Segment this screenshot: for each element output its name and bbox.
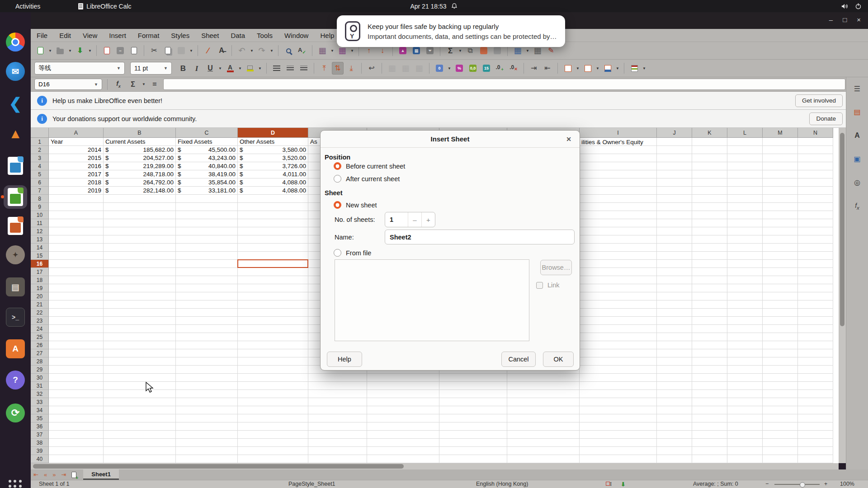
row-header-34[interactable]: 34 — [31, 406, 49, 414]
bold-button[interactable]: B — [177, 62, 189, 75]
cell-K8[interactable] — [692, 195, 727, 203]
cell-J17[interactable] — [657, 268, 692, 276]
cell-H36[interactable] — [507, 422, 580, 431]
cell-N2[interactable] — [798, 146, 833, 154]
cell-M36[interactable] — [763, 422, 798, 431]
cell-L8[interactable] — [727, 195, 763, 203]
cell-A7[interactable]: 2019 — [49, 187, 104, 195]
cell-C30[interactable] — [176, 374, 238, 382]
row-header-20[interactable]: 20 — [31, 292, 49, 300]
last-sheet-icon[interactable]: ⇥ — [61, 471, 66, 478]
border-color-button[interactable] — [602, 62, 613, 75]
cell-C6[interactable]: $35,854.00 — [176, 178, 238, 187]
spelling-button[interactable]: A✓ — [296, 44, 308, 57]
row-header-30[interactable]: 30 — [31, 374, 49, 382]
cell-J23[interactable] — [657, 317, 692, 325]
cell-L35[interactable] — [727, 414, 763, 422]
redo-button[interactable]: ↷ — [256, 44, 268, 57]
dock-item-libreoffice-writer[interactable] — [4, 154, 27, 178]
cell-K28[interactable] — [692, 357, 727, 366]
cell-B11[interactable] — [104, 219, 176, 227]
paste-dropdown-icon[interactable]: ▼ — [189, 44, 193, 57]
cell-B7[interactable]: $282,148.00 — [104, 187, 176, 195]
cell-A28[interactable] — [49, 357, 104, 366]
dock-item-terminal[interactable]: >_ — [4, 305, 27, 329]
menu-view[interactable]: View — [77, 30, 103, 41]
cell-N26[interactable] — [798, 341, 833, 349]
cell-K10[interactable] — [692, 211, 727, 219]
cell-L39[interactable] — [727, 447, 763, 455]
cell-B22[interactable] — [104, 309, 176, 317]
cell-K18[interactable] — [692, 276, 727, 284]
column-header-M[interactable]: M — [763, 128, 798, 138]
row-header-35[interactable]: 35 — [31, 414, 49, 422]
cell-D40[interactable] — [238, 455, 308, 463]
cell-M27[interactable] — [763, 349, 798, 357]
cell-I18[interactable] — [580, 276, 657, 284]
cell-K29[interactable] — [692, 366, 727, 374]
cell-I4[interactable] — [580, 162, 657, 170]
cell-N12[interactable] — [798, 227, 833, 235]
cell-D16[interactable] — [238, 260, 308, 268]
cell-M10[interactable] — [763, 211, 798, 219]
cell-D20[interactable] — [238, 292, 308, 300]
cell-F32[interactable] — [367, 390, 439, 398]
cell-J13[interactable] — [657, 235, 692, 244]
clear-formatting-button[interactable]: A̶ — [216, 44, 227, 57]
cell-L17[interactable] — [727, 268, 763, 276]
row-header-16[interactable]: 16 — [31, 260, 49, 268]
cell-E36[interactable] — [308, 422, 367, 431]
cell-I34[interactable] — [580, 406, 657, 414]
cell-A38[interactable] — [49, 439, 104, 447]
cell-C32[interactable] — [176, 390, 238, 398]
functions-icon[interactable]: fx — [850, 199, 864, 213]
cell-J14[interactable] — [657, 244, 692, 252]
cell-N33[interactable] — [798, 398, 833, 406]
cell-L32[interactable] — [727, 390, 763, 398]
cell-N16[interactable] — [798, 260, 833, 268]
cut-button[interactable]: ✂ — [148, 44, 160, 57]
backup-notification[interactable]: Keep your files safe by backing up regul… — [337, 15, 565, 47]
cell-B2[interactable]: $185,682.00 — [104, 146, 176, 154]
dock-item-libreoffice-calc[interactable] — [4, 185, 27, 209]
new-dropdown-icon[interactable]: ▼ — [48, 44, 52, 57]
cell-C36[interactable] — [176, 422, 238, 431]
cell-D38[interactable] — [238, 439, 308, 447]
cell-L21[interactable] — [727, 300, 763, 309]
sum-dropdown-icon[interactable]: ▼ — [142, 78, 146, 91]
focused-app-title[interactable]: LibreOffice Calc — [78, 3, 131, 10]
cell-A25[interactable] — [49, 333, 104, 341]
menu-insert[interactable]: Insert — [103, 30, 132, 41]
cell-B30[interactable] — [104, 374, 176, 382]
cell-C22[interactable] — [176, 309, 238, 317]
cell-M2[interactable] — [763, 146, 798, 154]
format-currency-button[interactable]: 0 — [434, 62, 445, 75]
minimize-button[interactable]: – — [829, 16, 833, 23]
styles-icon[interactable]: A — [850, 129, 864, 142]
sheet-name-input[interactable]: Sheet2 — [385, 230, 575, 244]
row-header-31[interactable]: 31 — [31, 382, 49, 390]
cell-L19[interactable] — [727, 284, 763, 292]
borders-dropdown-icon[interactable]: ▼ — [576, 62, 580, 75]
cell-M28[interactable] — [763, 357, 798, 366]
row-header-26[interactable]: 26 — [31, 341, 49, 349]
cell-C9[interactable] — [176, 203, 238, 211]
cell-G36[interactable] — [439, 422, 507, 431]
cell-K17[interactable] — [692, 268, 727, 276]
row-header-17[interactable]: 17 — [31, 268, 49, 276]
cell-M30[interactable] — [763, 374, 798, 382]
cell-N32[interactable] — [798, 390, 833, 398]
cell-B28[interactable] — [104, 357, 176, 366]
browse-button[interactable]: Browse… — [540, 260, 572, 275]
cell-N20[interactable] — [798, 292, 833, 300]
cell-M9[interactable] — [763, 203, 798, 211]
row-header-19[interactable]: 19 — [31, 284, 49, 292]
cell-K12[interactable] — [692, 227, 727, 235]
cell-D21[interactable] — [238, 300, 308, 309]
cell-A20[interactable] — [49, 292, 104, 300]
cell-J4[interactable] — [657, 162, 692, 170]
cell-B35[interactable] — [104, 414, 176, 422]
cell-F31[interactable] — [367, 382, 439, 390]
row-header-1[interactable]: 1 — [31, 138, 49, 146]
cell-B10[interactable] — [104, 211, 176, 219]
